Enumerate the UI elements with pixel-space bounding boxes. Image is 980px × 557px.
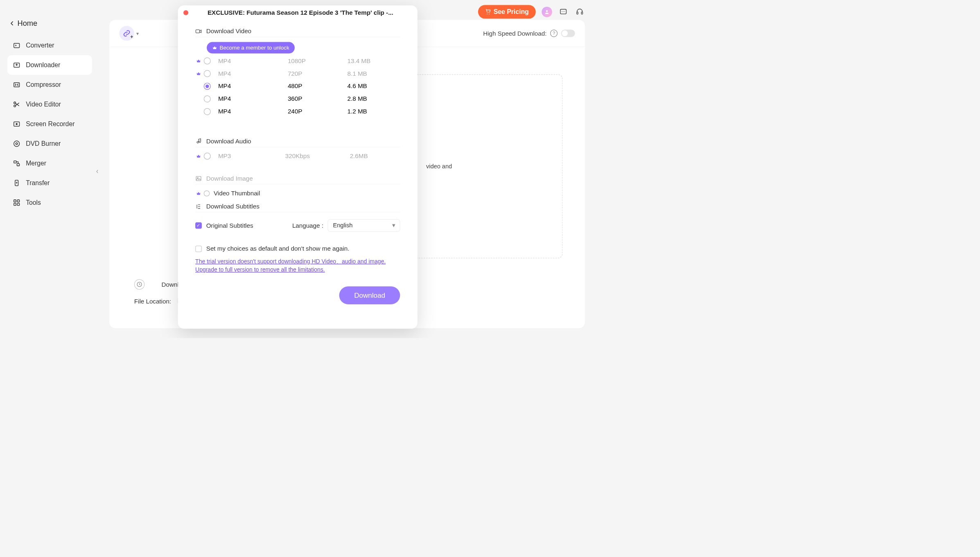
svg-point-17 bbox=[489, 14, 490, 14]
sidebar-item-transfer[interactable]: Transfer bbox=[7, 173, 92, 192]
file-location-label: File Location: bbox=[134, 297, 171, 305]
disc-icon bbox=[13, 140, 20, 147]
svg-rect-14 bbox=[14, 203, 16, 205]
download-options-modal: EXCLUSIVE: Futurama Season 12 Episode 3 … bbox=[178, 5, 418, 328]
svg-point-16 bbox=[487, 14, 488, 14]
sidebar-item-video-editor[interactable]: Video Editor bbox=[7, 95, 92, 114]
svg-rect-12 bbox=[14, 200, 16, 202]
sidebar-item-tools[interactable]: Tools bbox=[7, 192, 92, 212]
radio-button[interactable] bbox=[204, 108, 211, 115]
download-audio-header: Download Audio bbox=[195, 138, 400, 147]
chevron-left-icon bbox=[10, 21, 14, 26]
trial-upgrade-link[interactable]: The trial version doesn't support downlo… bbox=[195, 255, 400, 276]
merger-icon bbox=[13, 159, 20, 167]
url-dropdown-caret[interactable]: ▾ bbox=[136, 30, 139, 36]
original-subtitles-checkbox[interactable]: ✓ bbox=[195, 222, 202, 229]
video-option-row[interactable]: MP4 360P 2.8 MB bbox=[195, 93, 400, 105]
image-icon bbox=[195, 175, 202, 182]
svg-point-8 bbox=[16, 143, 18, 145]
sidebar-item-merger[interactable]: Merger bbox=[7, 154, 92, 173]
video-option-row[interactable]: MP4 240P 1.2 MB bbox=[195, 105, 400, 118]
radio-button[interactable] bbox=[204, 190, 210, 197]
become-member-button[interactable]: Become a member to unlock bbox=[207, 42, 295, 54]
help-icon[interactable]: ? bbox=[550, 29, 558, 37]
nav-home-label: Home bbox=[17, 19, 37, 28]
audio-icon bbox=[195, 138, 202, 145]
sidebar-item-label: Converter bbox=[26, 41, 54, 49]
video-option-row[interactable]: MP4 480P 4.6 MB bbox=[195, 80, 400, 93]
video-option-row[interactable]: MP4 720P 8.1 MB bbox=[195, 67, 400, 80]
video-option-row[interactable]: MP4 1080P 13.4 MB bbox=[195, 54, 400, 67]
audio-option-row[interactable]: MP3 320Kbps 2.6MB bbox=[195, 149, 400, 162]
history-icon[interactable] bbox=[134, 279, 145, 290]
svg-rect-27 bbox=[196, 176, 201, 181]
svg-rect-10 bbox=[17, 163, 19, 165]
sidebar: Home Converter Downloader Compressor Vid… bbox=[0, 0, 99, 338]
sidebar-item-label: Transfer bbox=[26, 179, 50, 187]
avatar[interactable] bbox=[542, 7, 552, 17]
nav-home[interactable]: Home bbox=[0, 14, 99, 33]
modal-title: EXCLUSIVE: Futurama Season 12 Episode 3 … bbox=[188, 9, 413, 16]
sidebar-item-label: Merger bbox=[26, 159, 46, 167]
sidebar-item-label: DVD Burner bbox=[26, 140, 61, 147]
svg-point-21 bbox=[563, 11, 564, 12]
tools-icon bbox=[13, 199, 20, 206]
set-default-checkbox[interactable] bbox=[195, 245, 202, 252]
radio-button[interactable] bbox=[204, 83, 211, 90]
see-pricing-button[interactable]: See Pricing bbox=[478, 5, 536, 18]
svg-rect-13 bbox=[17, 200, 19, 202]
cart-icon bbox=[485, 9, 491, 15]
svg-rect-15 bbox=[17, 203, 19, 205]
crown-icon bbox=[212, 45, 217, 50]
sidebar-item-compressor[interactable]: Compressor bbox=[7, 75, 92, 95]
download-video-header: Download Video bbox=[195, 27, 400, 37]
crown-icon bbox=[195, 191, 202, 196]
svg-rect-2 bbox=[14, 82, 20, 87]
svg-point-22 bbox=[564, 11, 565, 12]
svg-point-7 bbox=[14, 141, 20, 147]
download-button[interactable]: Download bbox=[339, 286, 400, 304]
radio-button[interactable] bbox=[204, 95, 211, 102]
svg-rect-26 bbox=[196, 29, 199, 33]
crown-icon bbox=[195, 71, 202, 76]
svg-point-20 bbox=[562, 11, 562, 12]
svg-rect-9 bbox=[14, 161, 16, 163]
radio-button[interactable] bbox=[204, 57, 211, 64]
sidebar-item-downloader[interactable]: Downloader bbox=[7, 55, 92, 75]
sidebar-item-label: Screen Recorder bbox=[26, 120, 75, 128]
original-subtitles-label: Original Subtitles bbox=[206, 222, 253, 229]
hsd-toggle[interactable] bbox=[561, 29, 575, 37]
sidebar-item-label: Video Editor bbox=[26, 100, 61, 108]
svg-rect-23 bbox=[577, 12, 578, 14]
radio-button[interactable] bbox=[204, 152, 211, 159]
sidebar-item-label: Tools bbox=[26, 199, 41, 206]
add-url-button[interactable] bbox=[119, 26, 134, 41]
svg-rect-24 bbox=[581, 12, 583, 14]
modal-close-button[interactable] bbox=[183, 10, 188, 15]
download-subtitles-header: Download Subtitles bbox=[195, 203, 400, 212]
crown-icon bbox=[195, 154, 202, 158]
see-pricing-label: See Pricing bbox=[494, 8, 529, 16]
support-icon[interactable] bbox=[574, 7, 585, 17]
scissors-icon bbox=[13, 101, 20, 108]
video-icon bbox=[195, 28, 202, 34]
converter-icon bbox=[13, 42, 20, 49]
sidebar-item-screen-recorder[interactable]: Screen Recorder bbox=[7, 114, 92, 134]
svg-point-18 bbox=[546, 10, 548, 11]
recorder-icon bbox=[13, 120, 20, 127]
crown-icon bbox=[195, 58, 202, 63]
language-label: Language : bbox=[292, 222, 323, 229]
sidebar-item-converter[interactable]: Converter bbox=[7, 36, 92, 55]
downloader-icon bbox=[13, 61, 20, 69]
compressor-icon bbox=[13, 81, 20, 88]
subtitles-icon bbox=[195, 203, 202, 210]
hsd-label: High Speed Download: bbox=[483, 30, 546, 37]
sidebar-item-label: Compressor bbox=[26, 81, 61, 88]
sidebar-item-label: Downloader bbox=[26, 61, 60, 69]
sidebar-item-dvd-burner[interactable]: DVD Burner bbox=[7, 134, 92, 154]
feedback-icon[interactable] bbox=[558, 7, 568, 17]
language-select[interactable]: English bbox=[328, 219, 400, 231]
download-image-header: Download Image bbox=[195, 175, 400, 184]
video-thumbnail-row[interactable]: Video Thumbnail bbox=[195, 187, 400, 203]
radio-button[interactable] bbox=[204, 70, 211, 77]
